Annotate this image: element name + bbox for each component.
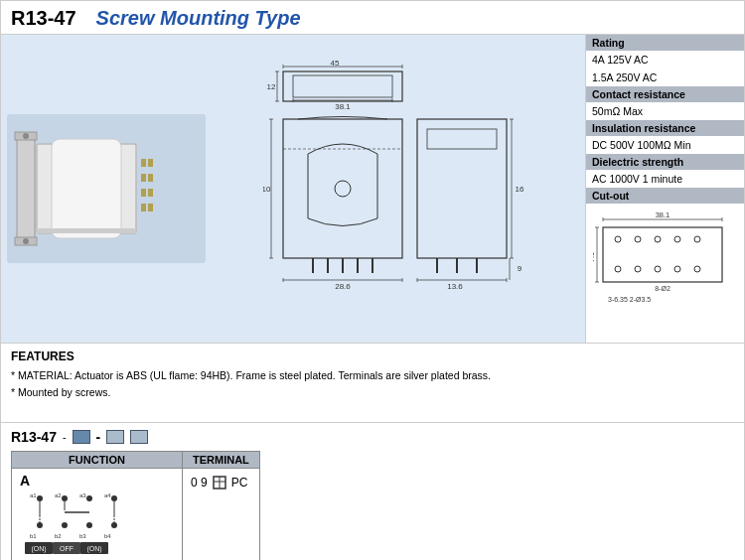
terminal-icon: [212, 475, 227, 490]
svg-text:10: 10: [263, 185, 271, 194]
svg-text:7.6: 7.6: [593, 252, 596, 262]
diagram-area: 45 38.1 12: [1, 35, 585, 343]
features-title: FEATURES: [11, 350, 734, 363]
diagram-inner: 45 38.1 12: [7, 60, 579, 318]
main-content: 45 38.1 12: [1, 35, 744, 343]
svg-rect-7: [52, 139, 121, 238]
svg-point-4: [23, 133, 29, 139]
part-number-row: R13-47 - -: [11, 429, 734, 445]
function-table: FUNCTION A a1 a2 a3 a4: [11, 451, 182, 560]
svg-text:8-Ø2: 8-Ø2: [655, 285, 670, 292]
svg-point-80: [694, 266, 700, 272]
svg-rect-9: [141, 174, 146, 182]
part-box-dark: [73, 430, 90, 444]
header: R13-47 Screw Mounting Type: [1, 1, 744, 35]
function-header: FUNCTION: [12, 452, 182, 469]
svg-rect-12: [148, 159, 153, 167]
svg-point-84: [62, 495, 68, 501]
svg-text:b1: b1: [30, 533, 37, 539]
table-area: FUNCTION A a1 a2 a3 a4: [11, 451, 734, 560]
svg-point-92: [62, 522, 68, 528]
type-title: Screw Mounting Type: [96, 7, 301, 30]
svg-text:a3: a3: [79, 492, 86, 498]
svg-point-73: [655, 236, 661, 242]
spec-rating-header: Rating: [586, 35, 744, 51]
svg-rect-17: [283, 71, 402, 101]
features-section: FEATURES * MATERIAL: Actuator is ABS (UL…: [1, 343, 744, 422]
svg-rect-39: [417, 119, 507, 258]
spec-rating-val2: 1.5A 250V AC: [586, 69, 744, 86]
part-number: R13-47: [11, 429, 57, 445]
svg-text:a4: a4: [104, 492, 111, 498]
terminal-table: TERMINAL 0 9 PC: [182, 451, 260, 560]
tech-drawing: 45 38.1 12: [216, 60, 579, 318]
svg-text:38.1: 38.1: [335, 102, 351, 111]
svg-rect-16: [37, 228, 136, 233]
svg-rect-40: [427, 129, 497, 149]
svg-point-79: [674, 266, 680, 272]
svg-rect-15: [148, 204, 153, 211]
spec-dielectric-header: Dielectric strength: [586, 154, 744, 170]
spec-cutout-header: Cut-out: [586, 188, 744, 204]
svg-point-75: [694, 236, 700, 242]
tech-drawing-svg: 45 38.1 12: [263, 60, 531, 318]
function-diagram-svg: a1 a2 a3 a4 b1 b2 b3 b4: [20, 490, 174, 560]
spec-insulation-val: DC 500V 100MΩ Min: [586, 136, 744, 154]
svg-text:9: 9: [518, 264, 522, 273]
svg-text:b4: b4: [104, 533, 111, 539]
svg-rect-8: [141, 159, 146, 167]
svg-text:45: 45: [331, 60, 340, 68]
function-row-a: A: [20, 473, 174, 489]
spec-insulation-header: Insulation resistance: [586, 120, 744, 136]
terminal-header: TERMINAL: [183, 452, 259, 469]
svg-text:b2: b2: [55, 533, 62, 539]
svg-rect-13: [148, 174, 153, 182]
page-wrapper: R13-47 Screw Mounting Type: [0, 0, 745, 560]
model-title: R13-47: [11, 7, 76, 30]
svg-text:OFF: OFF: [60, 545, 74, 552]
svg-text:38.1: 38.1: [656, 210, 670, 219]
svg-point-77: [635, 266, 641, 272]
svg-rect-10: [141, 189, 146, 197]
svg-point-74: [674, 236, 680, 242]
svg-rect-31: [283, 119, 402, 258]
svg-point-72: [635, 236, 641, 242]
terminal-unit: PC: [231, 476, 248, 490]
part-box-light1: [106, 430, 124, 444]
svg-point-83: [37, 495, 43, 501]
svg-text:a1: a1: [30, 492, 37, 498]
cutout-svg: 38.1 7.6: [593, 208, 737, 307]
specs-panel: Rating 4A 125V AC 1.5A 250V AC Contact r…: [585, 35, 744, 343]
svg-text:(ON): (ON): [31, 545, 46, 553]
part-separator: -: [63, 431, 67, 443]
svg-point-33: [335, 181, 351, 197]
svg-rect-18: [293, 75, 392, 97]
svg-rect-62: [603, 227, 722, 282]
svg-text:28.6: 28.6: [335, 282, 351, 291]
cutout-diagram: 38.1 7.6: [586, 204, 744, 311]
svg-text:12: 12: [267, 82, 276, 91]
spec-dielectric-val: AC 1000V 1 minute: [586, 170, 744, 188]
svg-point-71: [615, 236, 621, 242]
svg-point-85: [86, 495, 92, 501]
part-box-light2: [130, 430, 148, 444]
switch-photo: [7, 114, 206, 263]
spec-rating-val1: 4A 125V AC: [586, 51, 744, 69]
svg-text:13.6: 13.6: [447, 282, 463, 291]
svg-text:(ON): (ON): [86, 545, 101, 553]
svg-rect-14: [148, 189, 153, 197]
spec-contact-val: 50mΩ Max: [586, 102, 744, 120]
features-line1: * MATERIAL: Actuator is ABS (UL flame: 9…: [11, 367, 734, 384]
svg-point-78: [655, 266, 661, 272]
terminal-val: 0 9: [191, 476, 208, 490]
svg-point-76: [615, 266, 621, 272]
function-body: A a1 a2 a3 a4: [12, 469, 182, 560]
part-dash2: -: [96, 429, 101, 445]
bottom-section: R13-47 - - FUNCTION A: [1, 422, 744, 560]
svg-rect-11: [141, 204, 146, 211]
svg-text:16: 16: [516, 185, 524, 194]
spec-contact-header: Contact resistance: [586, 86, 744, 102]
svg-rect-1: [17, 134, 35, 243]
svg-text:3-6.35  2-Ø3.5: 3-6.35 2-Ø3.5: [608, 296, 651, 303]
svg-point-5: [23, 238, 29, 244]
